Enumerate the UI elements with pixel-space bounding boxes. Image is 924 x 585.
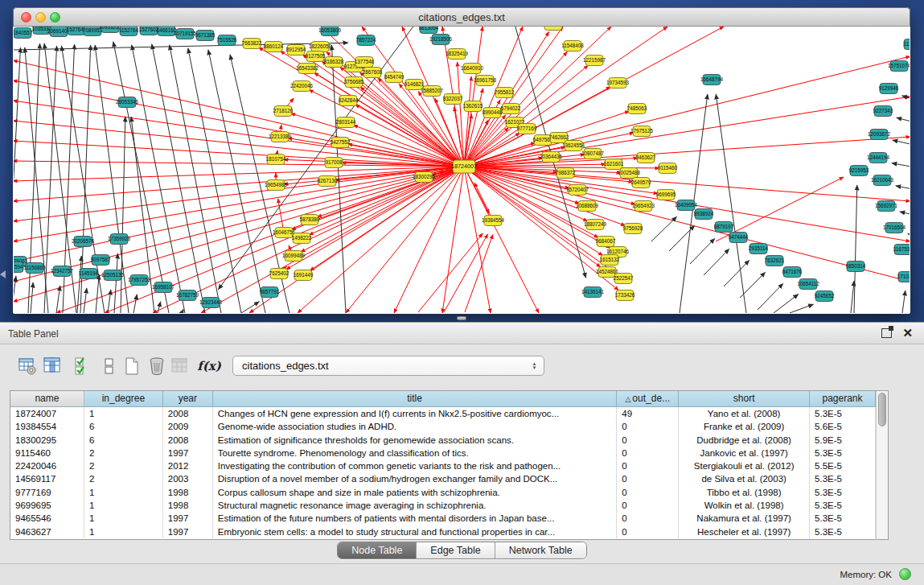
table-cell-short[interactable]: de Silva et al. (2003): [679, 472, 810, 485]
graph-node[interactable]: 1691449: [294, 270, 314, 281]
table-cell-pagerank[interactable]: 5.3E-5: [810, 499, 876, 512]
graph-node[interactable]: 9463627: [636, 153, 656, 163]
graph-node[interactable]: 1377546: [355, 57, 375, 68]
graph-node[interactable]: 18226058: [309, 42, 332, 52]
graph-node[interactable]: 8938924: [694, 209, 714, 220]
graph-node[interactable]: 7663822: [242, 39, 262, 49]
graph-node[interactable]: 9215953: [849, 166, 869, 176]
graph-node[interactable]: 1145194: [79, 269, 99, 279]
graph-node[interactable]: 28053346: [116, 97, 139, 108]
graph-node[interactable]: 16648794: [700, 75, 724, 85]
table-cell-year[interactable]: 1997: [163, 525, 213, 538]
table-cell-title[interactable]: Estimation of the future numbers of pati…: [213, 512, 618, 525]
graph-node[interactable]: 391594: [14, 262, 23, 273]
graph-node[interactable]: 1710305: [897, 272, 910, 282]
table-cell-name[interactable]: 9463627: [10, 525, 84, 538]
table-cell-in_degree[interactable]: 1: [84, 525, 163, 538]
table-cell-title[interactable]: Structural magnetic resonance image aver…: [213, 499, 618, 512]
table-cell-short[interactable]: Hescheler et al. (1997): [679, 525, 810, 538]
graph-node[interactable]: 1152764: [119, 27, 139, 36]
table-cell-in_degree[interactable]: 6: [84, 420, 163, 433]
graph-node[interactable]: 9242844: [339, 96, 359, 106]
graph-node[interactable]: 7625402: [269, 269, 290, 279]
row-icon[interactable]: [98, 355, 121, 377]
table-cell-year[interactable]: 2008: [163, 407, 213, 420]
graph-node[interactable]: 14136141: [581, 287, 605, 298]
table-cell-short[interactable]: Jankovic et al. (1997): [679, 447, 810, 459]
graph-node[interactable]: 7632621: [765, 256, 785, 266]
graph-node[interactable]: 9129946: [879, 84, 899, 94]
graph-node[interactable]: 12444194: [867, 153, 890, 163]
graph-node[interactable]: 1733426: [615, 290, 635, 301]
column-header-title[interactable]: title: [213, 391, 618, 407]
tab-node-table[interactable]: Node Table: [338, 542, 416, 558]
table-cell-short[interactable]: Franke et al. (2009): [679, 420, 810, 433]
column-header-pagerank[interactable]: pagerank: [810, 391, 876, 407]
graph-node[interactable]: 2867608: [363, 68, 383, 78]
graph-node[interactable]: 17975125: [630, 126, 654, 137]
table-cell-out_de[interactable]: 0: [617, 420, 679, 433]
network-window[interactable]: citations_edges.txt 22420046271812612213…: [13, 7, 910, 314]
delete-column-icon[interactable]: [146, 355, 168, 377]
graph-node[interactable]: 1362615: [463, 101, 483, 112]
graph-node[interactable]: 16640910: [461, 64, 484, 74]
graph-node[interactable]: 16543382: [296, 64, 319, 74]
graph-node[interactable]: 7955812: [495, 88, 515, 98]
graph-node[interactable]: 18300295: [413, 172, 436, 183]
window-titlebar[interactable]: citations_edges.txt: [13, 7, 910, 27]
table-cell-short[interactable]: Yano et al. (2008): [679, 407, 810, 420]
graph-node[interactable]: 917008: [325, 158, 343, 168]
graph-node[interactable]: 1111305: [903, 39, 910, 50]
graph-node[interactable]: 15720407: [566, 185, 589, 196]
panel-collapse-arrow-icon[interactable]: [0, 270, 6, 278]
table-cell-pagerank[interactable]: 5.3E-5: [810, 512, 876, 525]
table-cell-title[interactable]: Genome-wide association studies in ADHD.: [213, 420, 618, 433]
table-cell-name[interactable]: 9465546: [10, 512, 84, 525]
graph-node[interactable]: 19218506: [429, 35, 453, 45]
network-canvas[interactable]: 2242004627181261221338918107541965498558…: [14, 27, 910, 313]
table-cell-title[interactable]: Investigating the contribution of common…: [213, 459, 618, 472]
graph-node[interactable]: 9857791: [260, 287, 280, 298]
table-cell-in_degree[interactable]: 2: [84, 472, 163, 485]
graph-node[interactable]: 2803144: [336, 117, 356, 128]
delete-table-icon[interactable]: [169, 355, 191, 377]
tab-network-table[interactable]: Network Table: [495, 542, 586, 558]
table-cell-short[interactable]: Wolkin et al. (1998): [679, 499, 810, 512]
table-mode-icon[interactable]: [16, 355, 39, 377]
table-cell-name[interactable]: 9699695: [10, 499, 84, 512]
graph-node[interactable]: 11548408: [561, 41, 584, 51]
table-row[interactable]: 1830029562008Estimation of significance …: [10, 434, 876, 447]
table-cell-name[interactable]: 9115460: [10, 447, 84, 459]
table-cell-out_de[interactable]: 0: [617, 434, 679, 447]
graph-node[interactable]: 8990448: [483, 108, 503, 118]
graph-node[interactable]: 1104472: [544, 27, 564, 31]
graph-node[interactable]: 1615132: [600, 255, 620, 266]
table-cell-year[interactable]: 2012: [163, 459, 213, 472]
graph-node[interactable]: 9777169: [517, 124, 537, 134]
table-cell-title[interactable]: Embryonic stem cells: a model to study s…: [213, 525, 618, 538]
table-cell-title[interactable]: Tourette syndrome. Phenomenology and cla…: [213, 447, 618, 459]
table-cell-pagerank[interactable]: 5.3E-5: [810, 525, 876, 538]
graph-node[interactable]: 19384554: [482, 216, 505, 226]
graph-node[interactable]: 15885207: [421, 86, 444, 97]
table-cell-in_degree[interactable]: 2: [84, 447, 163, 459]
graph-node[interactable]: 8322037: [443, 94, 463, 105]
table-row[interactable]: 1938455462009Genome-wide association stu…: [10, 420, 876, 433]
graph-node[interactable]: 1840557: [14, 28, 33, 39]
graph-node[interactable]: 9115460: [658, 163, 678, 174]
table-cell-year[interactable]: 2003: [163, 472, 213, 485]
column-display-icon[interactable]: [41, 355, 64, 377]
function-builder-icon[interactable]: f(x): [198, 355, 220, 377]
select-columns-icon[interactable]: [72, 355, 95, 377]
graph-node[interactable]: 12213389: [269, 132, 292, 142]
graph-node[interactable]: 10025488: [618, 168, 641, 179]
graph-node[interactable]: 8912954: [286, 45, 306, 56]
graph-node[interactable]: 2649579: [631, 178, 651, 188]
table-cell-pagerank[interactable]: 5.9E-5: [810, 434, 876, 447]
table-cell-title[interactable]: Changes of HCN gene expression and I(f) …: [213, 407, 618, 420]
column-header-in_degree[interactable]: in_degree: [84, 391, 163, 407]
table-cell-in_degree[interactable]: 1: [84, 512, 163, 525]
graph-node[interactable]: 1810754: [266, 154, 286, 165]
table-cell-name[interactable]: 18300295: [10, 434, 84, 447]
table-cell-title[interactable]: Disruption of a novel member of a sodium…: [213, 472, 618, 485]
